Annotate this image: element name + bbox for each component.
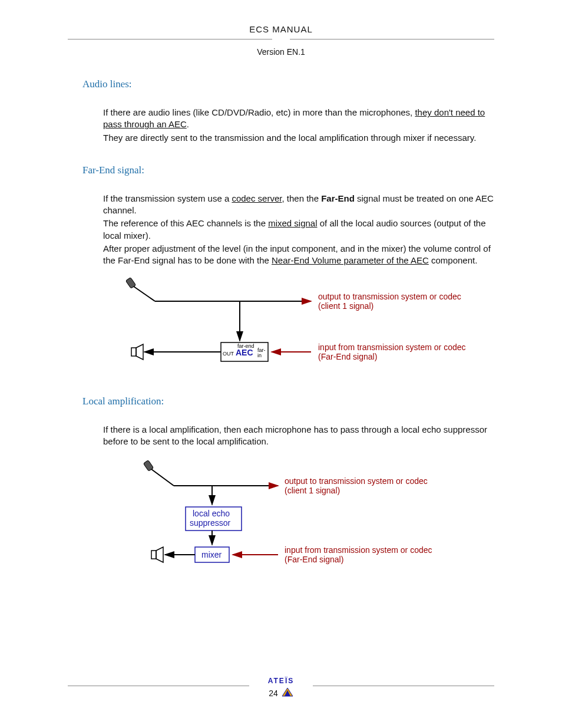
document-page: ECS MANUAL Version EN.1 Audio lines: If … <box>0 0 562 728</box>
underline-text: Near-End Volume parameter of the AEC <box>272 255 429 265</box>
microphone-icon <box>125 278 155 301</box>
diagram-label: (Far-End signal) <box>285 555 343 564</box>
diagram-svg: output to transmission system or codec (… <box>103 456 474 580</box>
speaker-icon <box>131 344 143 360</box>
bold-text: Far-End <box>321 193 355 203</box>
box-label: suppressor <box>190 518 231 528</box>
diagram-label: input from transmission system or codec <box>285 545 432 555</box>
page-footer: ATEÏS 24 <box>0 676 562 700</box>
text: . <box>187 119 189 129</box>
footer-page-row: 24 <box>269 687 293 700</box>
section-farend-body: If the transmission system use a codec s… <box>103 193 494 267</box>
svg-rect-5 <box>151 551 156 559</box>
aec-label: AEC <box>236 348 253 357</box>
text: If there is a local amplification, then … <box>103 424 494 448</box>
rule <box>68 686 249 686</box>
section-heading-audio: Audio lines: <box>82 78 494 91</box>
speaker-icon <box>151 547 163 562</box>
rule <box>290 39 494 39</box>
microphone-icon <box>143 460 174 485</box>
diagram-label: (client 1 signal) <box>285 486 340 495</box>
rule <box>68 39 272 39</box>
svg-rect-2 <box>131 348 136 356</box>
diagram-local-amp: output to transmission system or codec (… <box>103 456 494 580</box>
svg-line-1 <box>134 286 155 301</box>
header-title: ECS MANUAL <box>68 24 494 39</box>
text: , then the <box>282 193 321 203</box>
diagram-label: (Far-End signal) <box>318 352 377 361</box>
box-label: mixer <box>201 550 222 559</box>
page-header: ECS MANUAL Version EN.1 <box>68 24 494 58</box>
diagram-farend: output to transmission system or codec (… <box>103 275 494 375</box>
footer-center: ATEÏS 24 <box>260 676 302 700</box>
diagram-label: output to transmission system or codec <box>318 292 461 301</box>
section-local-body: If there is a local amplification, then … <box>103 424 494 448</box>
underline-text: codec server <box>232 193 282 203</box>
box-label: local echo <box>193 509 230 518</box>
svg-line-4 <box>151 469 174 486</box>
text: If the transmission system use a <box>103 193 232 203</box>
footer-brand: ATEÏS <box>268 676 294 686</box>
header-rule <box>68 39 494 43</box>
section-audio-body: If there are audio lines (like CD/DVD/Ra… <box>103 107 494 144</box>
rule <box>313 686 494 686</box>
text: component. <box>429 255 478 265</box>
footer-rules: ATEÏS 24 <box>0 676 562 700</box>
page-number: 24 <box>269 688 278 699</box>
diagram-label: input from transmission system or codec <box>318 342 466 352</box>
diagram-svg: output to transmission system or codec (… <box>103 275 474 375</box>
aec-port-label: in <box>257 353 262 358</box>
logo-icon <box>282 687 293 700</box>
diagram-label: output to transmission system or codec <box>285 476 428 486</box>
section-heading-local: Local amplification: <box>82 395 494 409</box>
text: If there are audio lines (like CD/DVD/Ra… <box>103 107 415 117</box>
text: They are directly sent to the transmissi… <box>103 132 494 144</box>
section-heading-farend: Far-End signal: <box>82 164 494 177</box>
diagram-label: (client 1 signal) <box>318 301 373 311</box>
aec-port-label: OUT <box>223 351 234 357</box>
text: The reference of this AEC channels is th… <box>103 218 268 228</box>
underline-text: mixed signal <box>268 218 317 228</box>
header-version: Version EN.1 <box>68 47 494 58</box>
